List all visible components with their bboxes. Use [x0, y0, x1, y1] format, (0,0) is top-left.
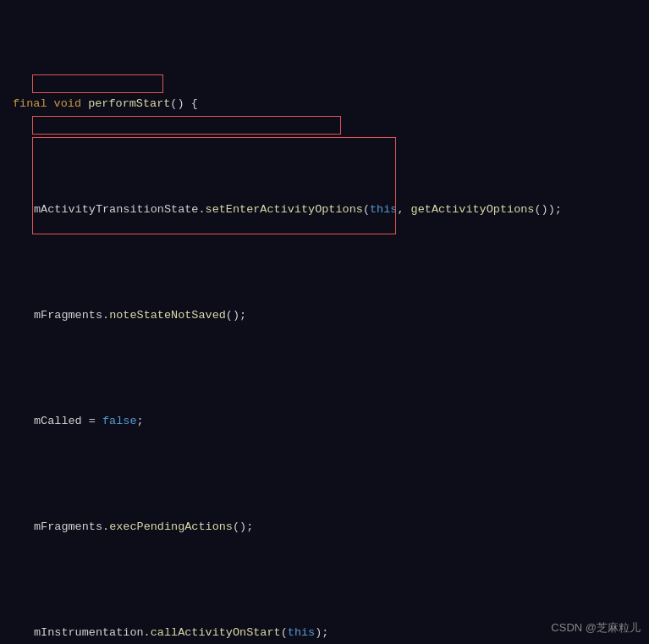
code-line-2: mActivityTransitionState.setEnterActivit… [8, 199, 649, 220]
keyword-final: final [13, 93, 54, 114]
fn-performStart: performStart [88, 93, 170, 114]
code-line-4: mCalled = false; [8, 410, 649, 432]
code-line-3: mFragments.noteStateNotSaved(); [8, 305, 649, 326]
code-line-5: mFragments.execPendingActions(); [8, 516, 649, 537]
code-editor: final void performStart() { mActivityTra… [0, 0, 649, 644]
code-line-1: final void performStart() { [8, 93, 649, 114]
watermark: CSDN @芝麻粒儿 [551, 620, 641, 636]
keyword-void: void [54, 93, 89, 114]
code-content: final void performStart() { mActivityTra… [0, 0, 649, 644]
